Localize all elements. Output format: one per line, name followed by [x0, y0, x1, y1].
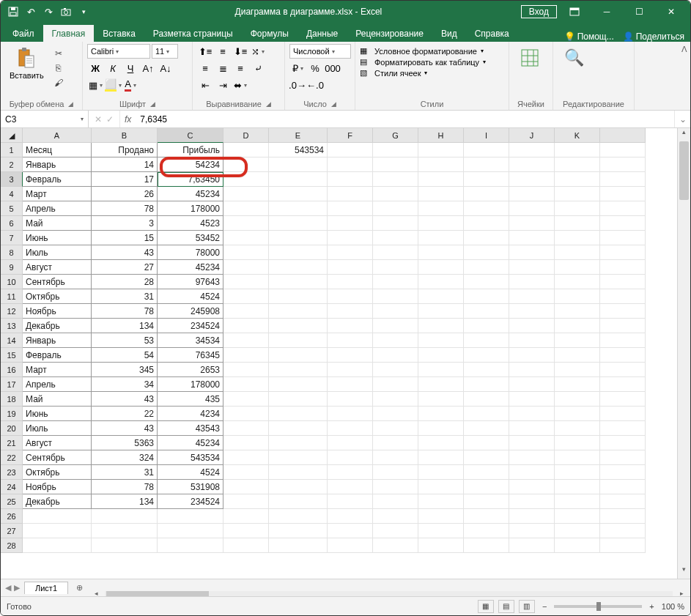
cell[interactable] — [328, 245, 373, 260]
cell[interactable] — [418, 319, 464, 333]
merge-button[interactable]: ⬌ — [232, 78, 248, 92]
cell[interactable] — [509, 407, 555, 421]
cell[interactable]: 324 — [92, 450, 158, 465]
row-header[interactable]: 22 — [1, 450, 23, 465]
cell[interactable] — [509, 465, 555, 480]
align-left-button[interactable]: ≡ — [197, 61, 213, 75]
cell[interactable] — [464, 480, 509, 494]
row-header[interactable]: 14 — [1, 333, 23, 348]
cell[interactable] — [509, 377, 555, 392]
cell[interactable] — [269, 201, 328, 216]
cell[interactable] — [328, 392, 373, 407]
cell[interactable]: Октябрь — [23, 289, 92, 304]
cell[interactable] — [328, 260, 373, 275]
cell[interactable] — [158, 524, 223, 538]
cell[interactable] — [555, 436, 600, 450]
cell[interactable] — [555, 524, 600, 538]
cell[interactable] — [328, 275, 373, 289]
column-header[interactable]: D — [223, 128, 269, 143]
format-painter-button[interactable]: 🖌 — [51, 76, 66, 89]
cell[interactable] — [373, 509, 418, 524]
cell[interactable]: Продано — [92, 143, 158, 157]
row-header[interactable]: 2 — [1, 157, 23, 172]
cell[interactable] — [555, 216, 600, 231]
cell[interactable] — [600, 465, 646, 480]
cell[interactable] — [418, 363, 464, 377]
cell[interactable] — [600, 319, 646, 333]
cell[interactable] — [223, 216, 269, 231]
cell[interactable] — [418, 143, 464, 157]
cell[interactable]: 43 — [92, 392, 158, 407]
cell[interactable] — [509, 363, 555, 377]
cell[interactable] — [464, 348, 509, 363]
cell[interactable]: 15 — [92, 231, 158, 245]
currency-button[interactable]: ₽ — [289, 61, 306, 75]
cell[interactable] — [600, 480, 646, 494]
cell[interactable]: 134 — [92, 319, 158, 333]
cell[interactable]: 4524 — [158, 289, 223, 304]
cell[interactable] — [373, 245, 418, 260]
new-sheet-button[interactable]: ⊕ — [71, 581, 87, 595]
cell[interactable] — [600, 348, 646, 363]
cell[interactable] — [509, 157, 555, 172]
column-header[interactable]: H — [418, 128, 464, 143]
cell[interactable] — [464, 245, 509, 260]
cell[interactable] — [328, 524, 373, 538]
cell[interactable] — [600, 392, 646, 407]
cell[interactable] — [418, 333, 464, 348]
cell[interactable] — [464, 289, 509, 304]
cell[interactable] — [223, 333, 269, 348]
cell[interactable] — [158, 509, 223, 524]
cell[interactable]: 76345 — [158, 348, 223, 363]
cell[interactable] — [328, 304, 373, 319]
cell[interactable] — [328, 538, 373, 553]
cell[interactable] — [418, 275, 464, 289]
cell[interactable] — [464, 494, 509, 509]
cell[interactable] — [509, 143, 555, 157]
cell[interactable] — [269, 289, 328, 304]
cell[interactable] — [464, 216, 509, 231]
cell[interactable]: 5363 — [92, 436, 158, 450]
cell[interactable] — [600, 436, 646, 450]
cell[interactable] — [328, 187, 373, 201]
fx-label[interactable]: fx — [120, 111, 136, 127]
cell[interactable] — [509, 304, 555, 319]
cell[interactable] — [509, 348, 555, 363]
cell[interactable] — [223, 245, 269, 260]
font-size-select[interactable]: 11 — [152, 44, 178, 59]
conditional-formatting-button[interactable]: ▦Условное форматирование▾ — [360, 46, 484, 56]
border-button[interactable]: ▦ — [87, 78, 103, 92]
login-button[interactable]: Вход — [521, 5, 557, 18]
cell[interactable] — [223, 509, 269, 524]
cell[interactable]: 3 — [92, 216, 158, 231]
cell[interactable] — [373, 231, 418, 245]
cell[interactable] — [92, 538, 158, 553]
cell[interactable]: 53 — [92, 333, 158, 348]
row-header[interactable]: 18 — [1, 392, 23, 407]
alignment-dialog-launcher-icon[interactable]: ◢ — [266, 100, 271, 108]
row-header[interactable]: 8 — [1, 245, 23, 260]
cell[interactable] — [373, 157, 418, 172]
row-header[interactable]: 16 — [1, 363, 23, 377]
maximize-icon[interactable]: ☐ — [624, 1, 654, 22]
decrease-decimal-button[interactable]: ←.0 — [307, 78, 323, 92]
cell[interactable] — [555, 480, 600, 494]
align-center-button[interactable]: ≣ — [215, 61, 231, 75]
cell[interactable]: Март — [23, 187, 92, 201]
cell[interactable] — [269, 421, 328, 436]
cell[interactable] — [600, 216, 646, 231]
row-header[interactable]: 27 — [1, 524, 23, 538]
vertical-scrollbar[interactable]: ▴ ▾ — [677, 128, 690, 579]
cell[interactable] — [418, 509, 464, 524]
select-all-corner[interactable]: ◢ — [1, 128, 23, 143]
cell[interactable]: Ноябрь — [23, 304, 92, 319]
cell[interactable] — [509, 245, 555, 260]
cell[interactable] — [269, 363, 328, 377]
cell[interactable] — [418, 187, 464, 201]
cell[interactable] — [269, 172, 328, 187]
tab-file[interactable]: Файл — [4, 25, 43, 42]
wrap-text-button[interactable]: ⤶ — [250, 61, 266, 75]
cell[interactable]: 178000 — [158, 201, 223, 216]
column-header[interactable]: E — [269, 128, 328, 143]
zoom-out-button[interactable]: − — [542, 602, 547, 611]
